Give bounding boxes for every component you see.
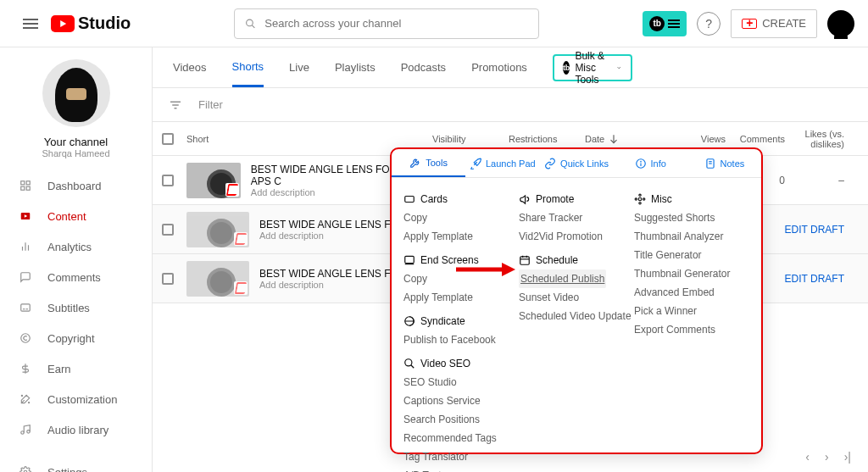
tab-videos[interactable]: Videos bbox=[173, 47, 207, 87]
gear-icon bbox=[17, 464, 34, 472]
cards-copy[interactable]: Copy bbox=[403, 208, 519, 227]
sidebar-item-comments[interactable]: Comments bbox=[0, 262, 152, 292]
sidebar-item-subtitles[interactable]: Subtitles bbox=[0, 292, 152, 323]
thumbnail-analyzer[interactable]: Thumbnail Analyzer bbox=[634, 227, 749, 246]
tab-shorts[interactable]: Shorts bbox=[232, 47, 264, 87]
tag-translator[interactable]: Tag Translator bbox=[403, 447, 519, 466]
svg-line-1 bbox=[252, 25, 254, 27]
row-checkbox[interactable] bbox=[162, 175, 174, 186]
title-generator[interactable]: Title Generator bbox=[634, 246, 749, 264]
cards-apply-template[interactable]: Apply Template bbox=[403, 227, 519, 246]
channel-avatar[interactable] bbox=[42, 59, 110, 127]
seo-studio[interactable]: SEO Studio bbox=[403, 373, 519, 391]
row-checkbox[interactable] bbox=[162, 273, 174, 285]
col-views[interactable]: Views bbox=[678, 134, 737, 144]
video-thumbnail[interactable] bbox=[186, 261, 249, 297]
filter-label[interactable]: Filter bbox=[198, 98, 223, 111]
page-last[interactable]: ›| bbox=[844, 450, 851, 464]
svg-point-14 bbox=[21, 334, 31, 343]
create-label: CREATE bbox=[762, 17, 806, 30]
channel-title: Your channel bbox=[44, 136, 108, 148]
sidebar-item-content[interactable]: Content bbox=[0, 201, 152, 231]
tab-podcasts[interactable]: Podcasts bbox=[401, 47, 446, 87]
svg-point-43 bbox=[638, 197, 642, 201]
filter-icon[interactable] bbox=[168, 97, 183, 113]
col-visibility[interactable]: Visibility bbox=[432, 134, 509, 144]
col-date[interactable]: Date bbox=[585, 133, 678, 145]
sidebar-item-copyright[interactable]: Copyright bbox=[0, 323, 152, 353]
scheduled-publish[interactable]: Scheduled Publish bbox=[519, 269, 606, 288]
hamburger-menu[interactable] bbox=[14, 7, 47, 41]
create-button[interactable]: CREATE bbox=[731, 9, 817, 38]
popover-tab-notes[interactable]: Notes bbox=[687, 149, 761, 177]
calendar-icon bbox=[519, 254, 531, 266]
svg-point-37 bbox=[405, 359, 412, 366]
popover-tab-quicklinks[interactable]: Quick Links bbox=[539, 149, 613, 177]
search-positions[interactable]: Search Positions bbox=[403, 410, 519, 429]
search-input-wrap[interactable] bbox=[234, 8, 539, 39]
sidebar-item-label: Earn bbox=[47, 363, 70, 375]
notes-icon bbox=[704, 158, 716, 169]
account-avatar[interactable] bbox=[827, 10, 854, 37]
sidebar-item-analytics[interactable]: Analytics bbox=[0, 231, 152, 262]
col-restrictions[interactable]: Restrictions bbox=[509, 134, 585, 144]
customization-icon bbox=[17, 391, 34, 408]
captions-service[interactable]: Captions Service bbox=[403, 391, 519, 410]
export-comments[interactable]: Export Comments bbox=[634, 320, 749, 339]
vid2vid-promotion[interactable]: Vid2Vid Promotion bbox=[519, 227, 634, 246]
sidebar-item-earn[interactable]: Earn bbox=[0, 353, 152, 384]
help-button[interactable]: ? bbox=[697, 12, 721, 36]
paginator: ‹ › ›| bbox=[805, 450, 851, 464]
earn-icon bbox=[17, 360, 34, 377]
tubebuddy-button[interactable]: tb bbox=[643, 11, 687, 36]
endscreens-copy[interactable]: Copy bbox=[403, 269, 519, 288]
checkbox-all[interactable] bbox=[162, 133, 174, 145]
popover-tab-info[interactable]: Info bbox=[614, 149, 687, 177]
ab-test[interactable]: A/B Test bbox=[403, 466, 519, 472]
page-prev[interactable]: ‹ bbox=[805, 450, 810, 464]
video-thumbnail[interactable] bbox=[186, 163, 241, 198]
wrench-icon bbox=[409, 157, 421, 169]
pick-a-winner[interactable]: Pick a Winner bbox=[634, 302, 749, 320]
popover-tab-tools[interactable]: Tools bbox=[392, 149, 465, 177]
search-input[interactable] bbox=[264, 17, 528, 30]
tab-promotions[interactable]: Promotions bbox=[471, 47, 527, 87]
thumbnail-generator[interactable]: Thumbnail Generator bbox=[634, 264, 749, 283]
svg-rect-3 bbox=[26, 181, 30, 185]
col-comments[interactable]: Comments bbox=[737, 134, 797, 144]
comments-icon bbox=[17, 269, 34, 286]
share-tracker[interactable]: Share Tracker bbox=[519, 208, 634, 227]
sunset-video[interactable]: Sunset Video bbox=[519, 288, 634, 307]
studio-logo[interactable]: Studio bbox=[51, 14, 131, 33]
sidebar-item-label: Subtitles bbox=[47, 302, 90, 314]
row-checkbox[interactable] bbox=[162, 224, 174, 236]
tubebuddy-icon: tb bbox=[649, 16, 665, 31]
popover-tab-launchpad[interactable]: Launch Pad bbox=[465, 149, 539, 177]
search-icon bbox=[245, 18, 256, 30]
suggested-shorts[interactable]: Suggested Shorts bbox=[634, 208, 749, 227]
bulk-tools-button[interactable]: tb Bulk & Misc Tools bbox=[553, 54, 632, 81]
tab-playlists[interactable]: Playlists bbox=[335, 47, 376, 87]
tab-live[interactable]: Live bbox=[289, 47, 309, 87]
sidebar-item-audio-library[interactable]: Audio library bbox=[0, 414, 152, 445]
video-thumbnail[interactable] bbox=[186, 212, 249, 247]
sidebar-item-label: Dashboard bbox=[47, 180, 102, 192]
app-name: Studio bbox=[78, 14, 131, 33]
col-likes[interactable]: Likes (vs. dislikes) bbox=[797, 129, 868, 149]
publish-facebook[interactable]: Publish to Facebook bbox=[403, 330, 519, 349]
sidebar-item-settings[interactable]: Settings bbox=[0, 457, 152, 472]
endscreens-apply-template[interactable]: Apply Template bbox=[403, 288, 519, 307]
advanced-embed[interactable]: Advanced Embed bbox=[634, 283, 749, 302]
sidebar-item-dashboard[interactable]: Dashboard bbox=[0, 170, 152, 201]
col-short[interactable]: Short bbox=[183, 134, 432, 144]
scheduled-video-update[interactable]: Scheduled Video Update bbox=[519, 307, 634, 325]
endscreen-icon bbox=[403, 254, 415, 266]
recommended-tags[interactable]: Recommended Tags bbox=[403, 429, 519, 447]
rocket-icon bbox=[470, 158, 481, 169]
megaphone-icon bbox=[519, 193, 531, 205]
svg-rect-33 bbox=[405, 197, 415, 203]
page-next[interactable]: › bbox=[825, 450, 829, 464]
group-promote: Promote bbox=[519, 193, 634, 205]
sidebar: Your channel Sharqa Hameed Dashboard Con… bbox=[0, 47, 153, 472]
sidebar-item-customization[interactable]: Customization bbox=[0, 384, 152, 414]
